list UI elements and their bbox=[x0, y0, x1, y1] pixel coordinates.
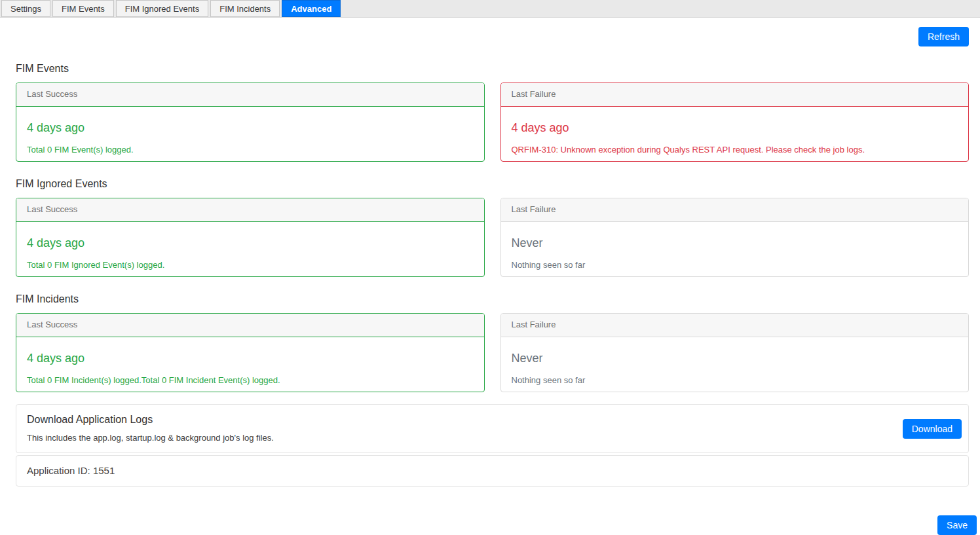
card-body: 4 days ago Total 0 FIM Event(s) logged. bbox=[16, 107, 484, 162]
last-failure-time: Never bbox=[512, 352, 958, 365]
fim-incidents-last-success-card: Last Success 4 days ago Total 0 FIM Inci… bbox=[16, 313, 485, 392]
main-content: Refresh FIM Events Last Success 4 days a… bbox=[0, 27, 980, 487]
download-button[interactable]: Download bbox=[903, 419, 962, 439]
card-header: Last Failure bbox=[501, 198, 969, 222]
refresh-button[interactable]: Refresh bbox=[918, 27, 969, 46]
fim-incidents-last-failure-card: Last Failure Never Nothing seen so far bbox=[500, 313, 970, 392]
tab-fim-ignored-events[interactable]: FIM Ignored Events bbox=[116, 0, 208, 17]
tab-fim-incidents[interactable]: FIM Incidents bbox=[210, 0, 280, 17]
fim-ignored-events-cards: Last Success 4 days ago Total 0 FIM Igno… bbox=[16, 198, 969, 277]
card-body: 4 days ago QRFIM-310: Unknown exception … bbox=[501, 107, 969, 162]
last-success-time: 4 days ago bbox=[27, 236, 474, 250]
section-title-fim-incidents: FIM Incidents bbox=[16, 293, 969, 305]
download-logs-panel: Download Application Logs This includes … bbox=[16, 404, 969, 453]
last-success-time: 4 days ago bbox=[27, 121, 474, 135]
card-body: 4 days ago Total 0 FIM Ignored Event(s) … bbox=[16, 222, 484, 277]
tab-advanced[interactable]: Advanced bbox=[282, 0, 341, 17]
fim-ignored-events-last-failure-card: Last Failure Never Nothing seen so far bbox=[500, 198, 970, 277]
last-failure-time: 4 days ago bbox=[512, 121, 958, 135]
fim-events-last-success-card: Last Success 4 days ago Total 0 FIM Even… bbox=[16, 83, 485, 162]
fim-ignored-events-last-success-card: Last Success 4 days ago Total 0 FIM Igno… bbox=[16, 198, 485, 277]
save-button[interactable]: Save bbox=[937, 515, 977, 535]
fim-incidents-cards: Last Success 4 days ago Total 0 FIM Inci… bbox=[16, 313, 969, 392]
last-failure-detail: QRFIM-310: Unknown exception during Qual… bbox=[512, 145, 958, 155]
last-failure-detail: Nothing seen so far bbox=[512, 375, 958, 385]
fim-events-last-failure-card: Last Failure 4 days ago QRFIM-310: Unkno… bbox=[500, 83, 970, 162]
last-failure-time: Never bbox=[512, 236, 958, 250]
application-id-panel: Application ID: 1551 bbox=[16, 455, 969, 487]
card-body: Never Nothing seen so far bbox=[501, 337, 969, 392]
download-logs-description: This includes the app.log, startup.log &… bbox=[27, 433, 958, 443]
section-title-fim-ignored-events: FIM Ignored Events bbox=[16, 178, 969, 190]
card-header: Last Success bbox=[16, 198, 484, 222]
last-failure-detail: Nothing seen so far bbox=[512, 260, 958, 270]
card-header: Last Failure bbox=[501, 314, 969, 337]
toolbar: Refresh bbox=[16, 27, 969, 46]
last-success-detail: Total 0 FIM Ignored Event(s) logged. bbox=[27, 260, 474, 270]
download-logs-title: Download Application Logs bbox=[27, 414, 958, 426]
tab-settings[interactable]: Settings bbox=[1, 0, 50, 17]
fim-events-cards: Last Success 4 days ago Total 0 FIM Even… bbox=[16, 83, 969, 162]
card-header: Last Success bbox=[16, 83, 484, 107]
card-header: Last Success bbox=[16, 314, 484, 337]
tab-bar: Settings FIM Events FIM Ignored Events F… bbox=[0, 0, 980, 18]
last-success-detail: Total 0 FIM Event(s) logged. bbox=[27, 145, 474, 155]
card-body: Never Nothing seen so far bbox=[501, 222, 969, 277]
card-body: 4 days ago Total 0 FIM Incident(s) logge… bbox=[16, 337, 484, 392]
tab-fim-events[interactable]: FIM Events bbox=[52, 0, 114, 17]
last-success-time: 4 days ago bbox=[27, 352, 474, 365]
section-title-fim-events: FIM Events bbox=[16, 63, 969, 75]
card-header: Last Failure bbox=[501, 83, 969, 107]
last-success-detail: Total 0 FIM Incident(s) logged.Total 0 F… bbox=[27, 375, 474, 385]
application-id-label: Application ID: 1551 bbox=[27, 465, 115, 476]
